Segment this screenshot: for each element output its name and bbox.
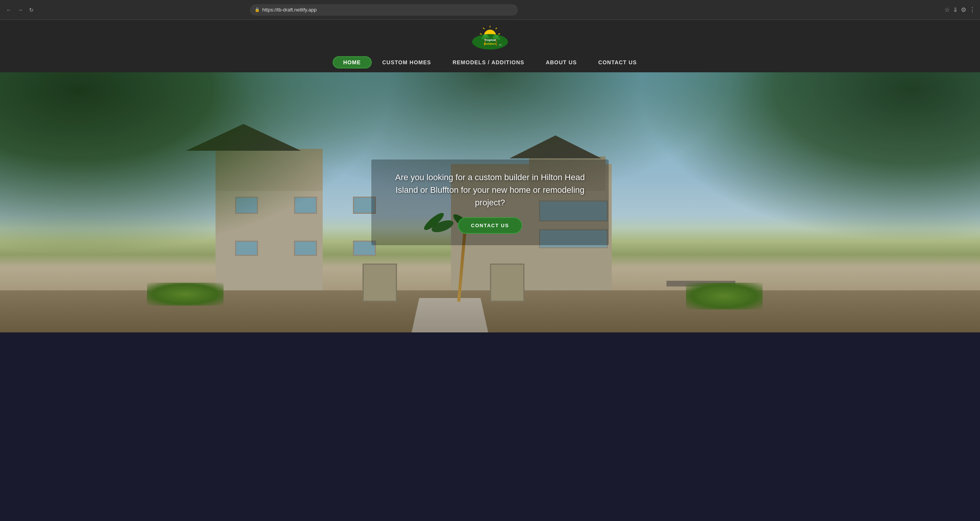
site-header: Tropical Builders INC HOME CUSTOM HOMES … xyxy=(0,20,980,72)
svg-text:Tropical: Tropical xyxy=(484,38,496,42)
hero-cta-button[interactable]: CONTACT US xyxy=(458,217,522,234)
site-logo: Tropical Builders INC xyxy=(465,25,515,50)
address-bar[interactable]: 🔒 https://tb-draft.netlify.app xyxy=(250,4,518,16)
logo-container: Tropical Builders INC xyxy=(465,25,515,50)
svg-text:Builders: Builders xyxy=(484,42,496,46)
forward-button[interactable]: → xyxy=(16,6,24,14)
nav-contact[interactable]: CONTACT US xyxy=(588,56,648,68)
svg-line-3 xyxy=(498,34,500,34)
extensions-icon[interactable]: ⚙ xyxy=(961,6,966,13)
hero-section: Are you looking for a custom builder in … xyxy=(0,72,980,332)
nav-custom-homes[interactable]: CUSTOM HOMES xyxy=(372,56,442,68)
back-button[interactable]: ← xyxy=(5,6,13,14)
refresh-button[interactable]: ↻ xyxy=(28,6,35,14)
svg-text:INC: INC xyxy=(499,44,502,46)
nav-about[interactable]: ABOUT US xyxy=(535,56,588,68)
svg-line-2 xyxy=(495,28,497,29)
website: Tropical Builders INC HOME CUSTOM HOMES … xyxy=(0,20,980,332)
browser-chrome: ← → ↻ 🔒 https://tb-draft.netlify.app ☆ ⇓… xyxy=(0,0,980,20)
nav-remodels[interactable]: REMODELS / ADDITIONS xyxy=(442,56,535,68)
bookmark-icon[interactable]: ☆ xyxy=(944,6,950,13)
lock-icon: 🔒 xyxy=(255,7,260,12)
nav-home[interactable]: HOME xyxy=(333,56,372,68)
hero-tagline: Are you looking for a custom builder in … xyxy=(387,171,593,209)
svg-line-5 xyxy=(483,28,485,29)
url-text: https://tb-draft.netlify.app xyxy=(262,7,317,13)
download-icon[interactable]: ⇓ xyxy=(953,6,958,13)
svg-line-6 xyxy=(480,34,482,34)
browser-actions: ☆ ⇓ ⚙ ⋮ xyxy=(944,6,975,13)
menu-icon[interactable]: ⋮ xyxy=(969,6,975,13)
hero-content: Are you looking for a custom builder in … xyxy=(371,160,609,245)
navigation: HOME CUSTOM HOMES REMODELS / ADDITIONS A… xyxy=(333,54,648,72)
